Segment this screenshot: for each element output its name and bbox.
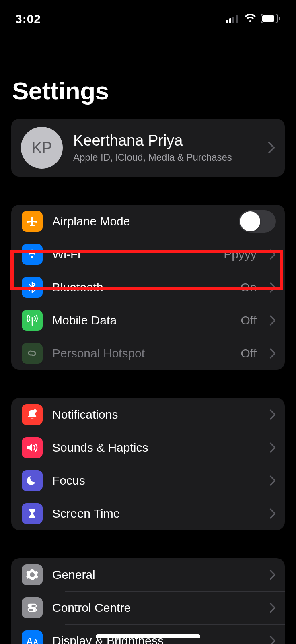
chevron-right-icon xyxy=(269,409,276,420)
sounds-row[interactable]: Sounds & Haptics xyxy=(11,431,285,464)
chevron-right-icon xyxy=(269,603,276,613)
hourglass-icon xyxy=(22,503,43,524)
control-centre-row[interactable]: Control Centre xyxy=(11,591,285,624)
notifications-icon xyxy=(22,404,43,425)
profile-row[interactable]: KP Keerthana Priya Apple ID, iCloud, Med… xyxy=(11,119,285,177)
general-label: General xyxy=(52,568,260,582)
svg-point-7 xyxy=(31,317,33,319)
chevron-right-icon xyxy=(269,570,276,580)
screen-time-row[interactable]: Screen Time xyxy=(11,497,285,530)
speaker-icon xyxy=(22,437,43,458)
chevron-right-icon xyxy=(269,315,276,326)
svg-rect-6 xyxy=(279,17,280,20)
wifi-label: Wi-Fi xyxy=(52,248,214,261)
airplane-icon xyxy=(22,211,43,232)
mobile-data-row[interactable]: Mobile Data Off xyxy=(11,304,285,337)
profile-text: Keerthana Priya Apple ID, iCloud, Media … xyxy=(73,132,257,163)
wifi-detail: Ppyyy xyxy=(224,248,257,261)
bluetooth-icon xyxy=(22,277,43,298)
mobile-data-label: Mobile Data xyxy=(52,314,231,327)
page-title: Settings xyxy=(0,36,296,119)
personal-hotspot-row[interactable]: Personal Hotspot Off xyxy=(11,337,285,370)
chevron-right-icon xyxy=(269,348,276,359)
svg-point-12 xyxy=(33,609,35,611)
antenna-icon xyxy=(22,310,43,331)
notifications-row[interactable]: Notifications xyxy=(11,398,285,431)
connectivity-section: Airplane Mode Wi-Fi Ppyyy Bluetooth On M… xyxy=(11,205,285,370)
svg-rect-3 xyxy=(236,15,238,23)
svg-point-8 xyxy=(33,409,37,413)
personal-hotspot-detail: Off xyxy=(241,347,257,360)
airplane-mode-label: Airplane Mode xyxy=(52,215,229,228)
bluetooth-label: Bluetooth xyxy=(52,281,231,294)
hotspot-icon xyxy=(22,343,43,364)
chevron-right-icon xyxy=(269,442,276,453)
mobile-data-detail: Off xyxy=(241,314,257,327)
focus-row[interactable]: Focus xyxy=(11,464,285,497)
chevron-right-icon xyxy=(269,475,276,486)
bluetooth-row[interactable]: Bluetooth On xyxy=(11,271,285,304)
chevron-right-icon xyxy=(269,249,276,260)
svg-rect-2 xyxy=(232,17,234,23)
chevron-right-icon xyxy=(269,636,276,644)
wifi-icon xyxy=(22,244,43,265)
battery-icon xyxy=(261,14,281,23)
chevron-right-icon xyxy=(268,142,275,154)
svg-rect-5 xyxy=(262,15,274,22)
focus-label: Focus xyxy=(52,474,260,487)
svg-rect-0 xyxy=(226,20,228,23)
gear-icon xyxy=(22,564,43,585)
personal-hotspot-label: Personal Hotspot xyxy=(52,347,231,360)
toggle-knob xyxy=(240,211,260,231)
status-time: 3:02 xyxy=(15,12,41,26)
general-section: General Control Centre Display & Brightn… xyxy=(11,558,285,644)
sounds-label: Sounds & Haptics xyxy=(52,441,260,454)
profile-name: Keerthana Priya xyxy=(73,132,257,149)
control-centre-label: Control Centre xyxy=(52,601,260,615)
avatar: KP xyxy=(21,127,63,169)
profile-section: KP Keerthana Priya Apple ID, iCloud, Med… xyxy=(11,119,285,177)
status-bar: 3:02 xyxy=(0,0,296,36)
airplane-mode-toggle[interactable] xyxy=(239,210,276,233)
general-row[interactable]: General xyxy=(11,558,285,591)
text-size-icon xyxy=(22,630,43,644)
notifications-label: Notifications xyxy=(52,408,260,421)
wifi-status-icon xyxy=(244,14,257,23)
airplane-mode-row[interactable]: Airplane Mode xyxy=(11,205,285,238)
cellular-icon xyxy=(226,14,240,23)
profile-subtitle: Apple ID, iCloud, Media & Purchases xyxy=(73,151,257,163)
control-centre-icon xyxy=(22,597,43,618)
chevron-right-icon xyxy=(269,282,276,293)
moon-icon xyxy=(22,470,43,491)
bluetooth-detail: On xyxy=(240,281,257,294)
home-indicator[interactable] xyxy=(96,634,200,638)
screen-time-label: Screen Time xyxy=(52,507,260,520)
status-icons xyxy=(226,12,281,23)
svg-point-10 xyxy=(29,605,31,607)
wifi-row[interactable]: Wi-Fi Ppyyy xyxy=(11,238,285,271)
chevron-right-icon xyxy=(269,508,276,519)
attention-section: Notifications Sounds & Haptics Focus Scr… xyxy=(11,398,285,530)
svg-rect-1 xyxy=(229,18,231,23)
